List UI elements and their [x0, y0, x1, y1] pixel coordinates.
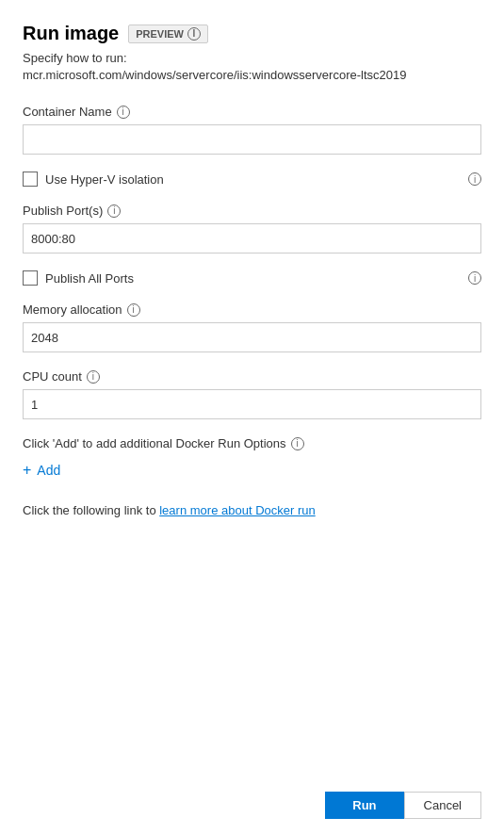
publish-all-ports-checkbox[interactable]: [23, 270, 38, 286]
add-options-info-icon[interactable]: i: [291, 437, 304, 450]
header-row: Run image PREVIEW i: [23, 23, 481, 44]
preview-badge: PREVIEW i: [128, 25, 208, 43]
publish-ports-section: Publish Port(s) i: [23, 204, 481, 253]
add-options-section: Click 'Add' to add additional Docker Run…: [23, 436, 481, 482]
cpu-count-section: CPU count i: [23, 369, 481, 419]
memory-allocation-section: Memory allocation i: [23, 303, 481, 352]
container-name-section: Container Name i: [23, 105, 481, 155]
memory-allocation-info-icon[interactable]: i: [127, 303, 140, 317]
cpu-count-input[interactable]: [23, 389, 481, 419]
memory-allocation-input[interactable]: [23, 322, 481, 352]
hyper-v-checkbox[interactable]: [23, 172, 38, 187]
container-name-input[interactable]: [23, 124, 481, 155]
publish-all-ports-label: Publish All Ports: [45, 271, 134, 286]
hyper-v-label: Use Hyper-V isolation: [45, 172, 164, 187]
footer-buttons: Run Cancel: [0, 777, 504, 834]
add-button[interactable]: + Add: [23, 458, 60, 482]
plus-icon: +: [23, 462, 31, 479]
hyper-v-row: Use Hyper-V isolation i: [23, 172, 481, 187]
add-options-note: Click 'Add' to add additional Docker Run…: [23, 436, 481, 450]
memory-allocation-label: Memory allocation i: [23, 303, 481, 317]
publish-ports-label: Publish Port(s) i: [23, 204, 481, 218]
subtitle: Specify how to run: mcr.microsoft.com/wi…: [23, 50, 481, 84]
cancel-button[interactable]: Cancel: [404, 792, 481, 819]
publish-all-ports-info-icon[interactable]: i: [468, 271, 481, 285]
page-title: Run image: [23, 23, 119, 44]
cpu-count-info-icon[interactable]: i: [87, 370, 100, 384]
docker-link-section: Click the following link to learn more a…: [23, 503, 481, 517]
container-name-label: Container Name i: [23, 105, 481, 119]
hyper-v-info-icon[interactable]: i: [468, 172, 481, 186]
cpu-count-label: CPU count i: [23, 369, 481, 384]
publish-ports-input[interactable]: [23, 223, 481, 253]
publish-all-ports-row: Publish All Ports i: [23, 270, 481, 286]
preview-info-icon[interactable]: i: [187, 27, 201, 41]
docker-learn-more-link[interactable]: learn more about Docker run: [159, 503, 315, 517]
publish-ports-info-icon[interactable]: i: [107, 204, 121, 218]
run-button[interactable]: Run: [325, 792, 403, 819]
container-name-info-icon[interactable]: i: [117, 106, 130, 119]
page-container: Run image PREVIEW i Specify how to run: …: [0, 0, 504, 834]
